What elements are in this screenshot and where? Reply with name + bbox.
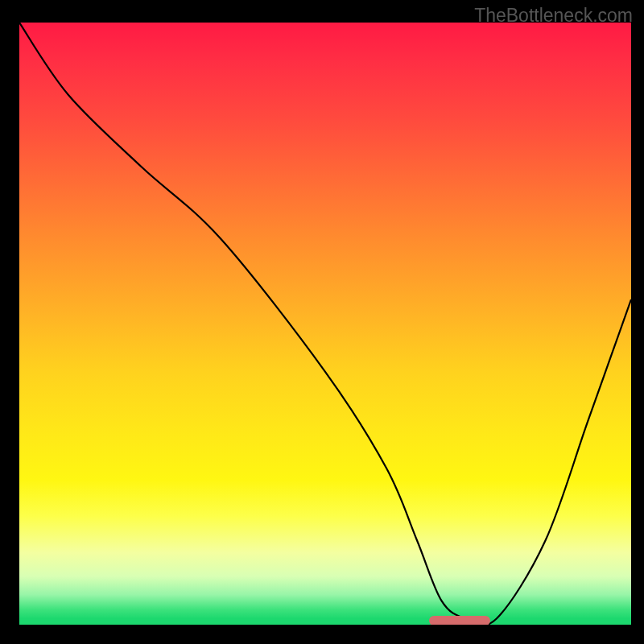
plot-area <box>19 23 631 625</box>
watermark-text: TheBottleneck.com <box>474 5 633 27</box>
bottleneck-curve <box>19 23 631 625</box>
optimal-marker <box>429 616 490 625</box>
